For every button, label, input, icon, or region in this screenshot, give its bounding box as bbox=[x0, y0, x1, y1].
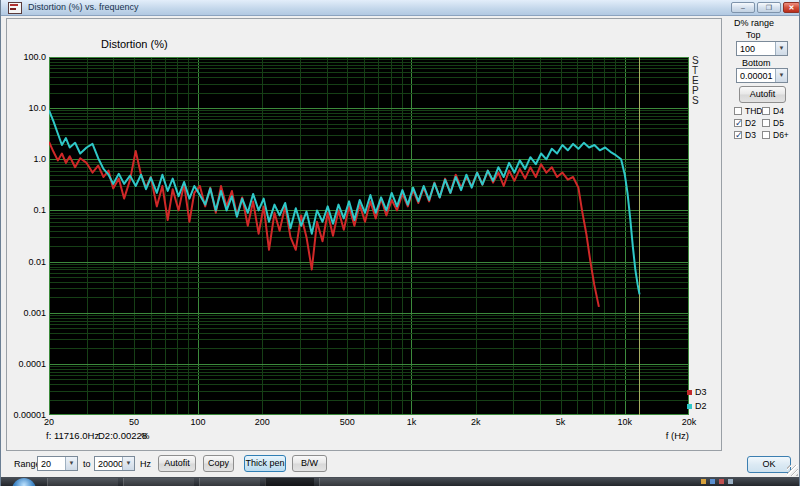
restore-icon[interactable]: ❐ bbox=[757, 2, 781, 13]
check-icon: ✓ bbox=[735, 118, 743, 128]
legend-item-d3: D3 bbox=[687, 387, 707, 397]
legend-label-d2: D2 bbox=[695, 401, 707, 411]
x-tick-label: 20k bbox=[669, 417, 709, 427]
autofit-button[interactable]: Autofit bbox=[158, 455, 196, 472]
taskbar-button[interactable] bbox=[123, 478, 194, 486]
y-tick-label: 0.01 bbox=[3, 257, 46, 267]
y-tick-label: 0.0001 bbox=[3, 359, 46, 369]
cursor-frequency-readout: f: 11716.0Hz bbox=[46, 430, 99, 441]
x-tick-label: 100 bbox=[178, 417, 218, 427]
ok-button[interactable]: OK bbox=[747, 456, 791, 473]
tray-icon[interactable] bbox=[728, 479, 733, 484]
checkbox-thd[interactable]: THD bbox=[734, 106, 762, 118]
bottom-range-value: 0.00001 bbox=[740, 71, 773, 81]
x-tick-label: 200 bbox=[242, 417, 282, 427]
tray-icon[interactable] bbox=[719, 479, 724, 484]
range-from-value: 20 bbox=[41, 459, 51, 469]
to-label: to bbox=[83, 459, 91, 469]
d2-curve bbox=[49, 111, 640, 295]
top-label: Top bbox=[746, 30, 761, 40]
x-tick-label: 1k bbox=[391, 417, 431, 427]
chevron-down-icon[interactable]: ▼ bbox=[65, 457, 77, 470]
d2-color-swatch bbox=[687, 404, 692, 409]
chevron-down-icon[interactable]: ▼ bbox=[775, 42, 787, 55]
chevron-down-icon[interactable]: ▼ bbox=[775, 69, 787, 82]
bottom-label: Bottom bbox=[742, 58, 771, 68]
checkbox-label: D2 bbox=[745, 118, 756, 128]
x-tick-label: 500 bbox=[327, 417, 367, 427]
checkbox-d2[interactable]: ✓D2 bbox=[734, 118, 762, 130]
d3-color-swatch bbox=[687, 390, 692, 395]
range-to-select[interactable]: 20000 ▼ bbox=[94, 456, 135, 471]
top-range-select[interactable]: 100 ▼ bbox=[736, 41, 788, 56]
y-tick-label: 0.001 bbox=[3, 308, 46, 318]
y-tick-label: 0.1 bbox=[3, 205, 46, 215]
app-icon bbox=[8, 2, 22, 14]
start-orb-icon[interactable] bbox=[12, 478, 36, 486]
x-tick-label: 2k bbox=[456, 417, 496, 427]
cursor-value-readout: D2:0.00228 bbox=[98, 430, 147, 441]
checkbox-d6plus[interactable]: D6+ bbox=[762, 130, 794, 142]
app-window: Distortion (%) vs. frequency – ❐ ✕ Disto… bbox=[0, 0, 800, 486]
range-from-select[interactable]: 20 ▼ bbox=[37, 456, 78, 471]
checkbox-box[interactable] bbox=[762, 119, 770, 127]
chevron-down-icon[interactable]: ▼ bbox=[122, 457, 134, 470]
taskbar-button[interactable] bbox=[319, 478, 390, 486]
taskbar-button[interactable] bbox=[199, 478, 260, 486]
checkbox-box[interactable] bbox=[762, 131, 770, 139]
title-bar[interactable]: Distortion (%) vs. frequency – ❐ ✕ bbox=[1, 0, 800, 16]
checkbox-label: D6+ bbox=[773, 130, 789, 140]
checkbox-box[interactable] bbox=[734, 107, 742, 115]
window-title: Distortion (%) vs. frequency bbox=[28, 2, 139, 12]
copy-button[interactable]: Copy bbox=[203, 455, 234, 472]
checkbox-d5[interactable]: D5 bbox=[762, 118, 794, 130]
x-tick-label: 50 bbox=[114, 417, 154, 427]
y-tick-label: 100.0 bbox=[3, 52, 46, 62]
checkbox-box[interactable]: ✓ bbox=[734, 131, 742, 139]
system-tray[interactable] bbox=[701, 479, 797, 485]
taskbar[interactable] bbox=[1, 477, 800, 486]
cursor-unit: % bbox=[141, 430, 149, 441]
taskbar-button[interactable] bbox=[47, 478, 118, 486]
checkbox-box[interactable]: ✓ bbox=[734, 119, 742, 127]
checkbox-d4[interactable]: D4 bbox=[762, 106, 794, 118]
checkbox-label: THD bbox=[745, 106, 762, 116]
chart-title: Distortion (%) bbox=[101, 38, 168, 50]
taskbar-button-active[interactable] bbox=[265, 478, 314, 486]
resize-grip[interactable] bbox=[787, 465, 798, 476]
check-icon: ✓ bbox=[735, 130, 743, 140]
x-tick-label: 5k bbox=[541, 417, 581, 427]
distortion-plot[interactable] bbox=[49, 57, 689, 415]
minimize-icon[interactable]: – bbox=[731, 2, 755, 13]
x-tick-label: 20 bbox=[29, 417, 69, 427]
b-w-button[interactable]: B/W bbox=[292, 455, 327, 472]
steps-vertical-label: STEPS bbox=[692, 56, 701, 106]
bottom-range-select[interactable]: 0.00001 ▼ bbox=[736, 68, 788, 83]
y-tick-label: 10.0 bbox=[3, 103, 46, 113]
autofit-range-button[interactable]: Autofit bbox=[739, 86, 786, 103]
tray-icon[interactable] bbox=[710, 479, 715, 484]
x-axis-unit-label: f (Hz) bbox=[651, 430, 689, 441]
close-icon[interactable]: ✕ bbox=[783, 2, 800, 13]
d-range-title: D% range bbox=[734, 18, 774, 28]
checkbox-box[interactable] bbox=[762, 107, 770, 115]
checkbox-label: D3 bbox=[745, 130, 756, 140]
x-tick-label: 10k bbox=[605, 417, 645, 427]
top-range-value: 100 bbox=[740, 44, 755, 54]
legend-item-d2: D2 bbox=[687, 401, 707, 411]
checkbox-d3[interactable]: ✓D3 bbox=[734, 130, 762, 142]
checkbox-label: D5 bbox=[773, 118, 784, 128]
y-tick-label: 1.0 bbox=[3, 154, 46, 164]
legend-label-d3: D3 bbox=[695, 387, 707, 397]
range-to-value: 20000 bbox=[98, 459, 123, 469]
thick-pen-button[interactable]: Thick pen bbox=[244, 455, 286, 472]
checkbox-label: D4 bbox=[773, 106, 784, 116]
tray-icon[interactable] bbox=[701, 479, 706, 484]
hz-unit-label: Hz bbox=[140, 459, 151, 469]
distortion-checkbox-group: THDD4✓D2D5✓D3D6+ bbox=[734, 106, 794, 142]
